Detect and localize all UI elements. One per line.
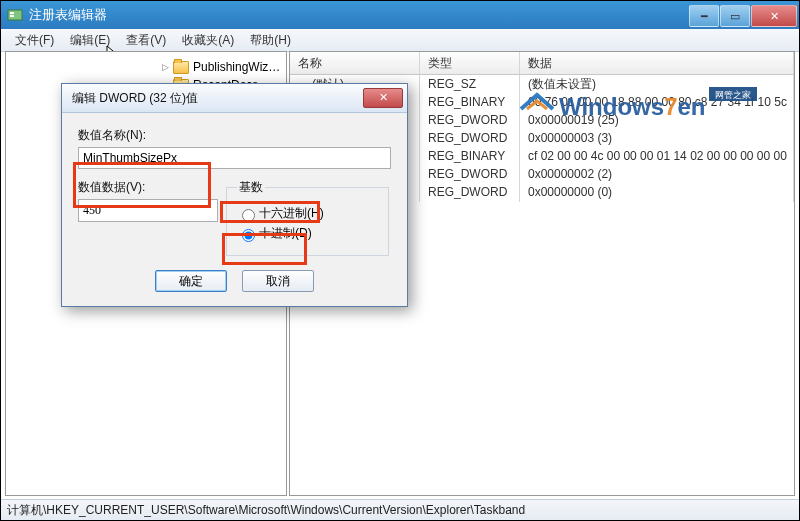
window-controls: ━ ▭ ✕ xyxy=(688,5,797,25)
radix-hex-label: 十六进制(H) xyxy=(259,205,324,222)
menu-favorites[interactable]: 收藏夹(A) xyxy=(174,29,242,52)
maximize-button[interactable]: ▭ xyxy=(720,5,750,27)
menu-help[interactable]: 帮助(H) xyxy=(242,29,299,52)
cell-type: REG_DWORD xyxy=(420,164,520,184)
svg-rect-1 xyxy=(10,12,14,14)
cell-data: cf 02 00 00 4c 00 00 00 01 14 02 00 00 0… xyxy=(520,146,794,166)
radix-group: 基数 十六进制(H) 十进制(D) xyxy=(226,179,389,256)
radix-hex-radio[interactable] xyxy=(242,209,255,222)
cell-type: REG_BINARY xyxy=(420,146,520,166)
menu-view[interactable]: 查看(V) xyxy=(118,29,174,52)
value-name-label: 数值名称(N): xyxy=(78,127,391,144)
tree-item[interactable]: ▷PublishingWiz… xyxy=(6,58,286,76)
svg-rect-2 xyxy=(10,15,14,17)
folder-icon xyxy=(173,61,189,74)
cell-data: 0x00000019 (25) xyxy=(520,110,794,130)
column-name[interactable]: 名称 xyxy=(290,52,420,74)
menu-edit[interactable]: 编辑(E) xyxy=(62,29,118,52)
cell-type: REG_DWORD xyxy=(420,182,520,202)
dialog-titlebar: 编辑 DWORD (32 位)值 ✕ xyxy=(62,84,407,113)
value-name-field[interactable]: MinThumbSizePx xyxy=(78,147,391,169)
cancel-button[interactable]: 取消 xyxy=(242,270,314,292)
app-icon xyxy=(7,7,23,23)
cell-data: 0x00000002 (2) xyxy=(520,164,794,184)
edit-dword-dialog: 编辑 DWORD (32 位)值 ✕ 数值名称(N): MinThumbSize… xyxy=(61,83,408,307)
cell-type: REG_BINARY xyxy=(420,92,520,112)
minimize-button[interactable]: ━ xyxy=(689,5,719,27)
cell-type: REG_DWORD xyxy=(420,110,520,130)
radix-legend: 基数 xyxy=(237,179,265,196)
cell-data: 00 76 01 00 00 18 88 00 00 80 c8 27 34 1… xyxy=(520,92,794,112)
cell-data: 0x00000000 (0) xyxy=(520,182,794,202)
expand-icon[interactable]: ▷ xyxy=(160,62,171,73)
radix-hex[interactable]: 十六进制(H) xyxy=(237,205,378,222)
radix-dec[interactable]: 十进制(D) xyxy=(237,225,378,242)
status-path: 计算机\HKEY_CURRENT_USER\Software\Microsoft… xyxy=(7,503,525,517)
column-data[interactable]: 数据 xyxy=(520,52,794,74)
dialog-close-button[interactable]: ✕ xyxy=(363,88,403,108)
list-header: 名称 类型 数据 xyxy=(290,52,794,75)
value-data-input[interactable] xyxy=(78,199,218,222)
titlebar: 注册表编辑器 ━ ▭ ✕ xyxy=(1,1,799,29)
tree-label: PublishingWiz… xyxy=(193,60,280,74)
value-data-label: 数值数据(V): xyxy=(78,179,218,196)
cell-data: 0x00000003 (3) xyxy=(520,128,794,148)
menu-file[interactable]: 文件(F) xyxy=(7,29,62,52)
column-type[interactable]: 类型 xyxy=(420,52,520,74)
window-title: 注册表编辑器 xyxy=(29,6,688,24)
ok-button[interactable]: 确定 xyxy=(155,270,227,292)
statusbar: 计算机\HKEY_CURRENT_USER\Software\Microsoft… xyxy=(1,499,799,520)
close-button[interactable]: ✕ xyxy=(751,5,797,27)
radix-dec-label: 十进制(D) xyxy=(259,225,312,242)
regedit-window: 注册表编辑器 ━ ▭ ✕ 文件(F) 编辑(E) 查看(V) 收藏夹(A) 帮助… xyxy=(0,0,800,521)
menubar: 文件(F) 编辑(E) 查看(V) 收藏夹(A) 帮助(H) xyxy=(1,29,799,52)
radix-dec-radio[interactable] xyxy=(242,229,255,242)
cell-type: REG_DWORD xyxy=(420,128,520,148)
dialog-title: 编辑 DWORD (32 位)值 xyxy=(72,90,363,107)
